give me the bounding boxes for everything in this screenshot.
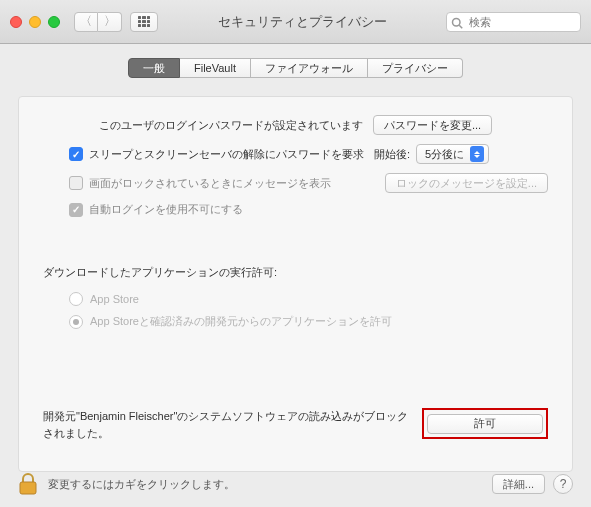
appstore-only-label: App Store <box>90 293 139 305</box>
password-set-label: このユーザのログインパスワードが設定されています <box>99 118 363 133</box>
show-message-checkbox[interactable] <box>69 176 83 190</box>
nav-buttons: 〈 〉 <box>74 12 122 32</box>
set-lock-message-button: ロックのメッセージを設定... <box>385 173 548 193</box>
start-after-label: 開始後: <box>374 147 410 162</box>
show-message-label: 画面がロックされているときにメッセージを表示 <box>89 176 331 191</box>
select-arrows-icon <box>470 146 484 162</box>
allow-highlight: 許可 <box>422 408 548 439</box>
window-controls <box>10 16 60 28</box>
search-input[interactable] <box>446 12 581 32</box>
start-after-value: 5分後に <box>425 147 464 162</box>
forward-button[interactable]: 〉 <box>98 12 122 32</box>
svg-point-0 <box>453 18 461 26</box>
blocked-software-message: 開発元"Benjamin Fleischer"のシステムソフトウェアの読み込みが… <box>43 408 422 441</box>
allow-apps-heading: ダウンロードしたアプリケーションの実行許可: <box>43 265 548 280</box>
grid-icon <box>138 16 150 28</box>
titlebar: 〈 〉 セキュリティとプライバシー <box>0 0 591 44</box>
general-panel: このユーザのログインパスワードが設定されています パスワードを変更... スリー… <box>18 96 573 472</box>
change-password-button[interactable]: パスワードを変更... <box>373 115 492 135</box>
lock-message: 変更するにはカギをクリックします。 <box>48 477 492 492</box>
tab-filevault[interactable]: FileVault <box>180 58 251 78</box>
require-password-label: スリープとスクリーンセーバの解除にパスワードを要求 <box>89 147 364 162</box>
search-icon <box>451 15 463 27</box>
search-field-wrap <box>446 12 581 32</box>
appstore-identified-radio[interactable] <box>69 315 83 329</box>
tab-general[interactable]: 一般 <box>128 58 180 78</box>
svg-line-1 <box>459 25 462 28</box>
window-title: セキュリティとプライバシー <box>218 13 387 31</box>
allow-button[interactable]: 許可 <box>427 414 543 434</box>
show-all-button[interactable] <box>130 12 158 32</box>
require-password-checkbox[interactable] <box>69 147 83 161</box>
svg-rect-2 <box>20 482 36 494</box>
lock-icon[interactable] <box>18 472 38 496</box>
footer: 変更するにはカギをクリックします。 詳細... ? <box>0 461 591 507</box>
disable-auto-login-checkbox[interactable] <box>69 203 83 217</box>
close-window-button[interactable] <box>10 16 22 28</box>
disable-auto-login-label: 自動ログインを使用不可にする <box>89 202 243 217</box>
tab-privacy[interactable]: プライバシー <box>368 58 463 78</box>
appstore-identified-label: App Storeと確認済みの開発元からのアプリケーションを許可 <box>90 314 392 329</box>
back-button[interactable]: 〈 <box>74 12 98 32</box>
appstore-only-radio[interactable] <box>69 292 83 306</box>
chevron-right-icon: 〉 <box>104 13 116 30</box>
start-after-select[interactable]: 5分後に <box>416 144 489 164</box>
zoom-window-button[interactable] <box>48 16 60 28</box>
chevron-left-icon: 〈 <box>80 13 92 30</box>
tabs: 一般 FileVault ファイアウォール プライバシー <box>18 58 573 78</box>
advanced-button[interactable]: 詳細... <box>492 474 545 494</box>
minimize-window-button[interactable] <box>29 16 41 28</box>
help-button[interactable]: ? <box>553 474 573 494</box>
tab-firewall[interactable]: ファイアウォール <box>251 58 368 78</box>
